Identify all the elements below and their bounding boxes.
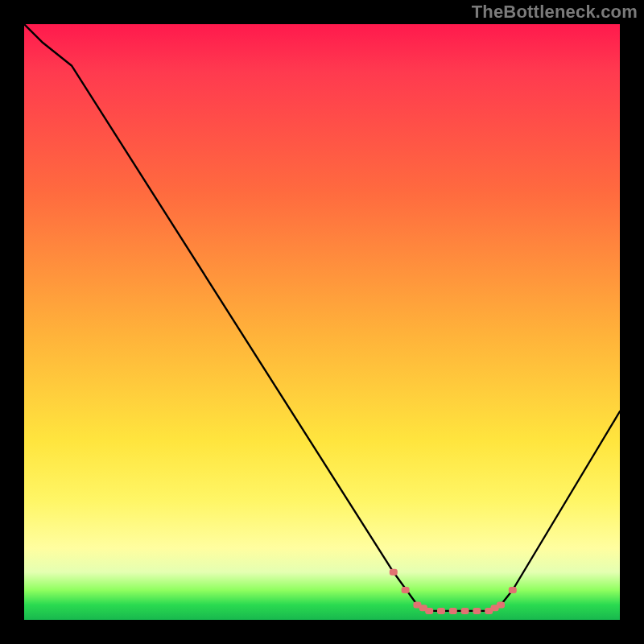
highlight-marker [509,587,517,593]
watermark-text: TheBottleneck.com [472,2,638,23]
chart-frame: TheBottleneck.com [0,0,644,644]
highlight-marker [497,602,505,609]
highlight-marker [437,608,445,614]
plot-area [24,24,620,620]
highlight-markers [390,569,517,614]
highlight-marker [449,608,457,614]
highlight-marker [390,569,398,576]
highlight-marker [473,608,481,614]
highlight-marker [402,587,410,593]
highlight-marker [425,608,433,614]
bottleneck-curve-line [24,24,620,611]
highlight-marker [461,608,469,614]
chart-overlay [24,24,620,620]
